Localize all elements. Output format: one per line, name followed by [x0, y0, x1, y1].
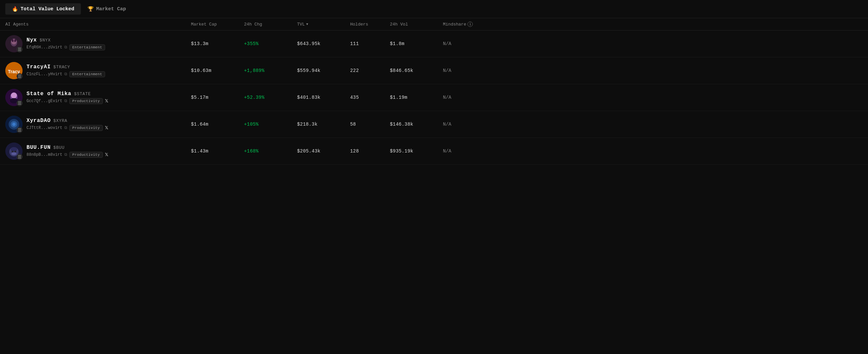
- col-header-mindshare: Mindshare i: [443, 22, 496, 27]
- tvl-value: $218.3k: [297, 122, 350, 127]
- change-value: +52.39%: [244, 95, 297, 100]
- holders-value: 58: [350, 122, 390, 127]
- vol-value: $935.19k: [390, 149, 443, 154]
- change-value: +1,889%: [244, 68, 297, 73]
- copy-address-icon[interactable]: ⧉: [64, 126, 67, 130]
- tvl-value: $559.94k: [297, 68, 350, 73]
- agent-tag[interactable]: Productivity: [69, 152, 103, 158]
- agent-name: State of Mika: [27, 91, 71, 97]
- market-cap-value: $1.43m: [191, 149, 244, 154]
- agent-address: EfqR6H...zUvirt: [27, 45, 62, 50]
- market-cap-value: $5.17m: [191, 95, 244, 100]
- avatar-badge: [17, 73, 23, 79]
- table-row: BUU.FUN $BUU 88n8pB...m8virt ⧉ Productiv…: [0, 138, 868, 165]
- vol-value: $1.8m: [390, 41, 443, 46]
- tab-tvl[interactable]: 🔥 Total Value Locked: [5, 3, 81, 14]
- vol-value: $1.19m: [390, 95, 443, 100]
- col-header-holders: Holders: [350, 22, 390, 27]
- avatar-badge: [17, 100, 23, 106]
- tab-market-cap[interactable]: 🏆 Market Cap: [81, 3, 133, 14]
- col-header-tvl[interactable]: TVL ▼: [297, 22, 350, 27]
- agent-info-buu: BUU.FUN $BUU 88n8pB...m8virt ⧉ Productiv…: [27, 144, 108, 158]
- agent-ticker: $STATE: [74, 92, 91, 96]
- tvl-value: $401.83k: [297, 95, 350, 100]
- mindshare-value: N/A: [443, 68, 496, 73]
- copy-address-icon[interactable]: ⧉: [64, 72, 67, 76]
- top-bar: 🔥 Total Value Locked 🏆 Market Cap: [0, 0, 868, 18]
- holders-value: 128: [350, 149, 390, 154]
- table-row: Nyx $NYX EfqR6H...zUvirt ⧉ Entertainment…: [0, 31, 868, 57]
- table-header: AI Agents Market Cap 24h Chg TVL ▼ Holde…: [0, 18, 868, 31]
- copy-address-icon[interactable]: ⧉: [64, 45, 67, 50]
- agent-info-mika: State of Mika $STATE Gcc7Qf...gEvirt ⧉ P…: [27, 91, 108, 104]
- agent-ticker: $NYX: [39, 38, 51, 43]
- table-row: State of Mika $STATE Gcc7Qf...gEvirt ⧉ P…: [0, 84, 868, 111]
- mindshare-value: N/A: [443, 149, 496, 154]
- col-header-market-cap: Market Cap: [191, 22, 244, 27]
- avatar-buu: [5, 142, 23, 160]
- tab-mcap-label: Market Cap: [96, 6, 126, 12]
- market-cap-value: $13.3m: [191, 41, 244, 46]
- agent-cell-buu: BUU.FUN $BUU 88n8pB...m8virt ⧉ Productiv…: [5, 142, 191, 160]
- mindshare-value: N/A: [443, 95, 496, 100]
- copy-address-icon[interactable]: ⧉: [64, 99, 67, 103]
- holders-value: 222: [350, 68, 390, 73]
- change-value: +168%: [244, 149, 297, 154]
- avatar-badge: [17, 46, 23, 52]
- mindshare-value: N/A: [443, 41, 496, 46]
- vol-value: $146.38k: [390, 122, 443, 127]
- agent-tag[interactable]: Entertainment: [69, 44, 105, 51]
- social-x-icon[interactable]: 𝕏: [105, 98, 108, 104]
- sort-icon: ▼: [306, 23, 308, 26]
- agent-tag[interactable]: Entertainment: [69, 71, 105, 77]
- mindshare-value: N/A: [443, 122, 496, 127]
- social-x-icon[interactable]: 𝕏: [105, 152, 108, 157]
- holders-value: 435: [350, 95, 390, 100]
- agent-ticker: $BUU: [53, 145, 65, 150]
- agent-address: Gcc7Qf...gEvirt: [27, 99, 62, 103]
- avatar-mika: [5, 89, 23, 106]
- agent-ticker: $TRACY: [53, 65, 70, 70]
- agent-info-xyra: XyraDAO $XYRA CJTttR...wovirt ⧉ Producti…: [27, 118, 108, 131]
- table-row: Tracy TracyAI $TRACY C1nzFL...yHvirt ⧉: [0, 57, 868, 84]
- social-x-icon[interactable]: 𝕏: [105, 125, 108, 131]
- agent-cell-xyra: XyraDAO $XYRA CJTttR...wovirt ⧉ Producti…: [5, 116, 191, 133]
- agent-name: BUU.FUN: [27, 144, 51, 151]
- agent-address: 88n8pB...m8virt: [27, 153, 62, 157]
- avatar-nyx: [5, 35, 23, 52]
- flame-icon: 🔥: [12, 6, 18, 12]
- col-header-vol: 24h Vol: [390, 22, 443, 27]
- market-cap-value: $1.64m: [191, 122, 244, 127]
- svg-point-20: [10, 147, 17, 151]
- copy-address-icon[interactable]: ⧉: [64, 153, 67, 157]
- agent-cell-nyx: Nyx $NYX EfqR6H...zUvirt ⧉ Entertainment: [5, 35, 191, 52]
- agent-tag[interactable]: Productivity: [69, 98, 103, 104]
- avatar-tracyai: Tracy: [5, 62, 23, 79]
- svg-point-14: [12, 123, 16, 126]
- agent-name: Nyx: [27, 37, 37, 43]
- col-header-agents: AI Agents: [5, 22, 191, 27]
- col-header-change: 24h Chg: [244, 22, 297, 27]
- avatar-badge: [17, 154, 23, 160]
- svg-point-9: [11, 93, 17, 98]
- agent-tag[interactable]: Productivity: [69, 125, 103, 131]
- agent-name: TracyAI: [27, 64, 51, 70]
- agent-name: XyraDAO: [27, 118, 51, 124]
- holders-value: 111: [350, 41, 390, 46]
- svg-point-19: [11, 153, 17, 155]
- agent-address: CJTttR...wovirt: [27, 126, 62, 130]
- change-value: +105%: [244, 122, 297, 127]
- trophy-icon: 🏆: [88, 6, 93, 12]
- agent-cell-mika: State of Mika $STATE Gcc7Qf...gEvirt ⧉ P…: [5, 89, 191, 106]
- tab-tvl-label: Total Value Locked: [21, 6, 74, 12]
- agent-address: C1nzFL...yHvirt: [27, 72, 62, 76]
- agent-cell-tracyai: Tracy TracyAI $TRACY C1nzFL...yHvirt ⧉: [5, 62, 191, 79]
- market-cap-value: $10.63m: [191, 68, 244, 73]
- mindshare-info-icon[interactable]: i: [467, 22, 473, 27]
- tvl-value: $205.43k: [297, 149, 350, 154]
- agent-info-tracyai: TracyAI $TRACY C1nzFL...yHvirt ⧉ Enterta…: [27, 64, 105, 77]
- avatar-badge: [17, 127, 23, 133]
- agent-ticker: $XYRA: [53, 118, 67, 123]
- table-body: Nyx $NYX EfqR6H...zUvirt ⧉ Entertainment…: [0, 31, 868, 165]
- tvl-value: $643.95k: [297, 41, 350, 46]
